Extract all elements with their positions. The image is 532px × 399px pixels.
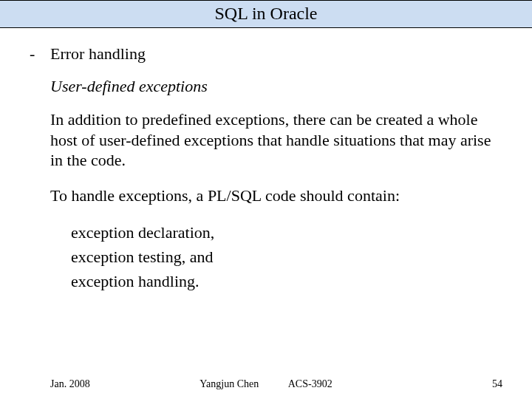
slide-body: - Error handling User-defined exceptions…	[0, 28, 532, 293]
list-item: exception handling.	[71, 269, 502, 293]
bullet-text: Error handling	[50, 44, 146, 64]
slide-title: SQL in Oracle	[0, 0, 532, 28]
bullet-dash: -	[30, 44, 50, 64]
footer-center: Yangjun Chen ACS-3902	[0, 378, 532, 390]
list-item: exception testing, and	[71, 245, 502, 269]
paragraph: To handle exceptions, a PL/SQL code shou…	[50, 185, 502, 206]
footer-course: ACS-3902	[288, 378, 332, 389]
slide: SQL in Oracle - Error handling User-defi…	[0, 0, 532, 399]
subheading: User-defined exceptions	[50, 77, 502, 96]
list-item: exception declaration,	[71, 220, 502, 245]
footer: Jan. 2008 Yangjun Chen ACS-3902 54	[0, 378, 532, 390]
footer-author: Yangjun Chen	[200, 378, 259, 389]
paragraph: In addition to predefined exceptions, th…	[50, 109, 502, 171]
list: exception declaration, exception testing…	[71, 220, 502, 293]
bullet-item: - Error handling	[30, 44, 502, 64]
